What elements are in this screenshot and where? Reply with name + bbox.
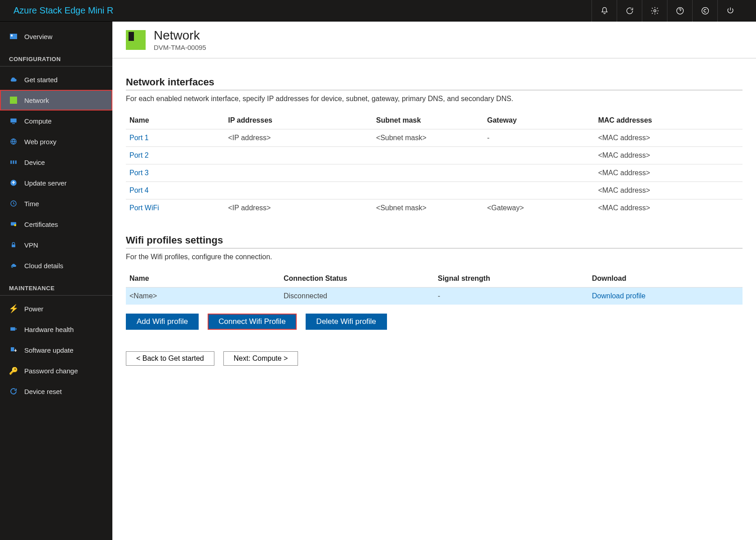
cloud-icon — [9, 75, 18, 84]
network-icon — [9, 96, 18, 105]
sidebar-item-compute[interactable]: Compute — [0, 111, 112, 131]
wifi-cell-name: <Name> — [126, 288, 280, 305]
sidebar-item-network[interactable]: Network — [0, 90, 112, 111]
settings-icon[interactable] — [642, 0, 667, 22]
svg-point-12 — [14, 224, 17, 226]
sidebar-item-password-change[interactable]: 🔑 Password change — [0, 360, 112, 381]
wifi-col-status: Connection Status — [280, 270, 434, 288]
sidebar-item-label: Cloud details — [24, 262, 63, 270]
svg-rect-6 — [10, 160, 12, 164]
svg-rect-15 — [10, 328, 15, 331]
notifications-icon[interactable] — [591, 0, 617, 22]
sidebar-item-label: Software update — [24, 346, 73, 354]
wifi-col-name: Name — [126, 270, 280, 288]
sidebar-item-hardware-health[interactable]: Hardware health — [0, 319, 112, 340]
cell-ip — [225, 182, 373, 199]
page-title: Network — [154, 28, 206, 43]
cell-subnet: <Subnet mask> — [373, 199, 484, 217]
connect-wifi-profile-button[interactable]: Connect Wifi Profile — [208, 314, 296, 330]
wifi-table: Name Connection Status Signal strength D… — [126, 270, 743, 305]
svg-rect-4 — [12, 123, 15, 124]
sidebar-item-label: Device reset — [24, 388, 62, 395]
sidebar-item-label: Overview — [24, 33, 53, 40]
sidebar-item-power[interactable]: ⚡ Power — [0, 298, 112, 319]
hardware-icon — [9, 325, 18, 334]
power-icon[interactable] — [717, 0, 743, 22]
sidebar-section-configuration: CONFIGURATION — [0, 47, 112, 66]
sidebar-item-device-reset[interactable]: Device reset — [0, 381, 112, 402]
delete-wifi-profile-button[interactable]: Delete Wifi profile — [306, 314, 387, 330]
cell-subnet: <Subnet mask> — [373, 129, 484, 147]
wifi-profile-row[interactable]: <Name> Disconnected - Download profile — [126, 288, 743, 305]
sidebar-item-label: Power — [24, 305, 44, 313]
port-link[interactable]: Port 3 — [129, 169, 149, 177]
wifi-button-row: Add Wifi profile Connect Wifi Profile De… — [126, 314, 743, 330]
back-button[interactable]: < Back to Get started — [126, 351, 214, 366]
sidebar: Overview CONFIGURATION Get started Netwo… — [0, 22, 112, 540]
interfaces-table: Name IP addresses Subnet mask Gateway MA… — [126, 112, 743, 217]
wizard-nav-row: < Back to Get started Next: Compute > — [126, 343, 743, 366]
cell-subnet — [373, 147, 484, 164]
sidebar-item-label: Web proxy — [24, 138, 56, 146]
add-wifi-profile-button[interactable]: Add Wifi profile — [126, 314, 199, 330]
cell-gateway — [484, 147, 595, 164]
next-button[interactable]: Next: Compute > — [223, 351, 298, 366]
update-icon — [9, 178, 18, 187]
cell-subnet — [373, 164, 484, 182]
certificate-icon — [9, 220, 18, 229]
cell-ip: <IP address> — [225, 129, 373, 147]
wifi-section-desc: For the Wifi profiles, configure the con… — [126, 253, 743, 261]
svg-rect-16 — [16, 328, 17, 330]
sidebar-item-label: Time — [24, 200, 39, 208]
page-subtitle: DVM-TMA-00095 — [154, 44, 206, 51]
globe-icon — [9, 137, 18, 146]
svg-rect-13 — [12, 244, 15, 247]
col-name: Name — [126, 112, 225, 129]
port-link[interactable]: Port WiFi — [129, 204, 159, 212]
port-link[interactable]: Port 1 — [129, 134, 149, 142]
cell-gateway — [484, 182, 595, 199]
overview-icon — [9, 32, 18, 41]
sidebar-item-label: Certificates — [24, 221, 58, 228]
col-gateway: Gateway — [484, 112, 595, 129]
table-row: Port 1 <IP address> <Subnet mask> - <MAC… — [126, 129, 743, 147]
wifi-col-signal: Signal strength — [434, 270, 588, 288]
table-row: Port WiFi <IP address> <Subnet mask> <Ga… — [126, 199, 743, 217]
cell-ip: <IP address> — [225, 199, 373, 217]
sidebar-item-web-proxy[interactable]: Web proxy — [0, 131, 112, 152]
sidebar-item-label: Get started — [24, 76, 58, 84]
cell-mac: <MAC address> — [595, 182, 743, 199]
port-link[interactable]: Port 4 — [129, 186, 149, 194]
sidebar-item-software-update[interactable]: Software update — [0, 340, 112, 360]
table-row: Port 3 <MAC address> — [126, 164, 743, 182]
cell-gateway: - — [484, 129, 595, 147]
help-icon[interactable] — [667, 0, 692, 22]
wifi-section-title: Wifi profiles settings — [126, 235, 743, 248]
sidebar-item-update-server[interactable]: Update server — [0, 173, 112, 193]
sidebar-item-label: VPN — [24, 241, 38, 249]
cloud-gear-icon — [9, 261, 18, 270]
refresh-icon[interactable] — [617, 0, 642, 22]
sidebar-item-device[interactable]: Device — [0, 152, 112, 173]
copyright-icon[interactable] — [692, 0, 717, 22]
port-link[interactable]: Port 2 — [129, 151, 149, 159]
compute-icon — [9, 116, 18, 125]
sidebar-item-cloud-details[interactable]: Cloud details — [0, 255, 112, 276]
cell-mac: <MAC address> — [595, 199, 743, 217]
sidebar-item-label: Compute — [24, 117, 52, 125]
svg-rect-3 — [10, 119, 17, 123]
wifi-cell-signal: - — [434, 288, 588, 305]
sidebar-item-time[interactable]: Time — [0, 193, 112, 214]
svg-rect-17 — [11, 347, 14, 351]
svg-rect-8 — [15, 160, 17, 164]
download-profile-link[interactable]: Download profile — [592, 292, 645, 300]
sidebar-item-label: Hardware health — [24, 326, 74, 333]
sidebar-item-certificates[interactable]: Certificates — [0, 214, 112, 235]
cell-ip — [225, 164, 373, 182]
cell-subnet — [373, 182, 484, 199]
page-header: Network DVM-TMA-00095 — [112, 22, 756, 58]
wifi-col-download: Download — [588, 270, 743, 288]
sidebar-item-overview[interactable]: Overview — [0, 26, 112, 47]
sidebar-item-vpn[interactable]: VPN — [0, 235, 112, 255]
sidebar-item-get-started[interactable]: Get started — [0, 69, 112, 90]
